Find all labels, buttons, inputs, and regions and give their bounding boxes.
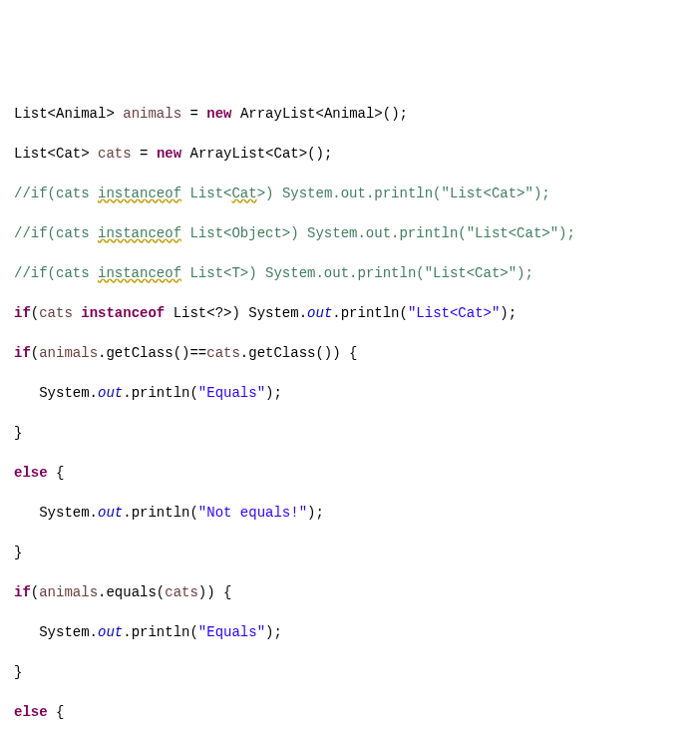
- code-line[interactable]: else {: [14, 702, 700, 722]
- code-line[interactable]: if(cats instanceof List<?>) System.out.p…: [14, 303, 700, 323]
- code-line[interactable]: //if(cats instanceof List<T>) System.out…: [14, 263, 700, 283]
- code-line[interactable]: else {: [14, 463, 700, 483]
- code-line[interactable]: System.out.println("Equals");: [14, 622, 700, 642]
- code-line[interactable]: //if(cats instanceof List<Object>) Syste…: [14, 223, 700, 243]
- code-line[interactable]: }: [14, 543, 700, 562]
- code-line[interactable]: List<Animal> animals = new ArrayList<Ani…: [14, 104, 700, 124]
- code-line[interactable]: //if(cats instanceof List<Cat>) System.o…: [14, 184, 700, 203]
- code-line[interactable]: }: [14, 662, 700, 682]
- code-line[interactable]: System.out.println("Equals");: [14, 383, 700, 403]
- code-line[interactable]: List<Cat> cats = new ArrayList<Cat>();: [14, 144, 700, 164]
- code-editor[interactable]: List<Animal> animals = new ArrayList<Ani…: [14, 84, 700, 734]
- code-line[interactable]: if(animals.equals(cats)) {: [14, 582, 700, 602]
- code-line[interactable]: if(animals.getClass()==cats.getClass()) …: [14, 343, 700, 363]
- code-line[interactable]: }: [14, 423, 700, 443]
- code-line[interactable]: System.out.println("Not equals!");: [14, 503, 700, 523]
